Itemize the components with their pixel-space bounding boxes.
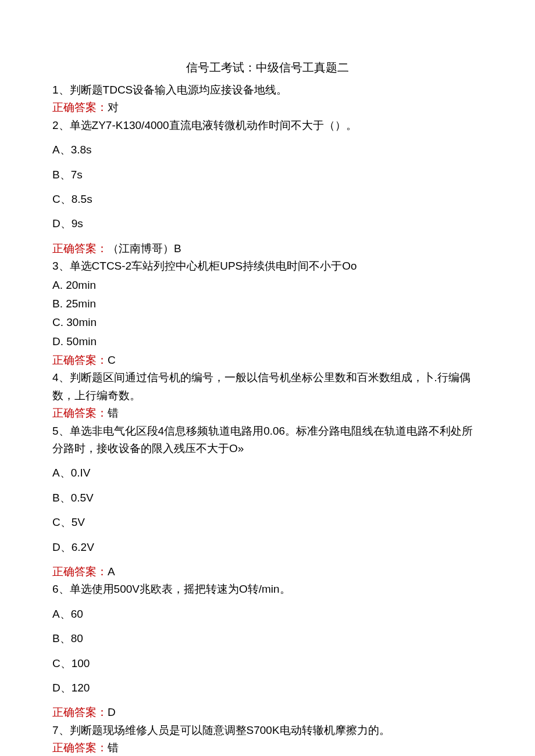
answer-line: 正确答案：错 <box>52 739 483 756</box>
question-text: 6、单选使用500V兆欧表，摇把转速为O转/min。 <box>52 581 483 598</box>
answer-value: 错 <box>108 407 119 419</box>
answer-label: 正确答案： <box>52 101 108 113</box>
option-a: A. 20min <box>52 277 483 294</box>
answer-label: 正确答案： <box>52 565 108 578</box>
option-a: A、0.IV <box>52 464 483 482</box>
question-text: 5、单选非电气化区段4信息移频轨道电路用0.06。标准分路电阻线在轨道电路不利处… <box>52 422 483 458</box>
option-b: B、0.5V <box>52 489 483 507</box>
options: A. 20min B. 25min C. 30min D. 50min <box>52 277 483 351</box>
option-c: C、8.5s <box>52 191 483 208</box>
option-d: D、9s <box>52 215 483 232</box>
option-d: D. 50min <box>52 333 483 350</box>
options: A、0.IV B、0.5V C、5V D、6.2V <box>52 464 483 556</box>
answer-value: C <box>108 354 116 366</box>
option-d: D、120 <box>52 679 483 697</box>
question-3: 3、单选CTCS-2车站列控中心机柜UPS持续供电时间不小于Oo A. 20mi… <box>52 257 483 369</box>
answer-line: 正确答案：对 <box>52 99 483 116</box>
question-4: 4、判断题区间通过信号机的编号，一般以信号机坐标公里数和百米数组成，卜.行编偶数… <box>52 369 483 422</box>
question-text: 3、单选CTCS-2车站列控中心机柜UPS持续供电时间不小于Oo <box>52 257 483 275</box>
question-text: 2、单选ZY7-K130/4000直流电液转微机动作时间不大于（）。 <box>52 117 483 134</box>
answer-line: 正确答案：错 <box>52 404 483 422</box>
options: A、60 B、80 C、100 D、120 <box>52 605 483 697</box>
question-6: 6、单选使用500V兆欧表，摇把转速为O转/min。 A、60 B、80 C、1… <box>52 581 483 721</box>
option-b: B. 25min <box>52 295 483 313</box>
question-text: 1、判断题TDCS设备输入电源均应接设备地线。 <box>52 81 483 99</box>
question-text: 7、判断题现场维修人员是可以随意调整S700K电动转辙机摩擦力的。 <box>52 722 483 739</box>
answer-value: （江南博哥）B <box>108 242 181 255</box>
answer-value: 错 <box>108 741 119 754</box>
answer-line: 正确答案：（江南博哥）B <box>52 240 483 257</box>
answer-label: 正确答案： <box>52 741 108 754</box>
question-text: 4、判断题区间通过信号机的编号，一般以信号机坐标公里数和百米数组成，卜.行编偶数… <box>52 369 483 404</box>
answer-value: 对 <box>108 101 119 113</box>
answer-label: 正确答案： <box>52 407 108 419</box>
page-title: 信号工考试：中级信号工真题二 <box>52 58 483 77</box>
option-a: A、3.8s <box>52 141 483 159</box>
option-b: B、80 <box>52 630 483 647</box>
question-7: 7、判断题现场维修人员是可以随意调整S700K电动转辙机摩擦力的。 正确答案：错 <box>52 722 483 756</box>
option-a: A、60 <box>52 605 483 623</box>
question-1: 1、判断题TDCS设备输入电源均应接设备地线。 正确答案：对 <box>52 81 483 117</box>
option-b: B、7s <box>52 166 483 184</box>
answer-line: 正确答案：C <box>52 352 483 369</box>
option-c: C. 30min <box>52 314 483 331</box>
options: A、3.8s B、7s C、8.5s D、9s <box>52 141 483 233</box>
option-c: C、5V <box>52 514 483 531</box>
answer-line: 正确答案：D <box>52 704 483 721</box>
answer-label: 正确答案： <box>52 706 108 718</box>
question-2: 2、单选ZY7-K130/4000直流电液转微机动作时间不大于（）。 A、3.8… <box>52 117 483 257</box>
answer-label: 正确答案： <box>52 242 108 255</box>
question-5: 5、单选非电气化区段4信息移频轨道电路用0.06。标准分路电阻线在轨道电路不利处… <box>52 422 483 581</box>
answer-value: D <box>108 706 116 718</box>
answer-line: 正确答案：A <box>52 563 483 581</box>
answer-value: A <box>108 565 115 578</box>
option-c: C、100 <box>52 655 483 672</box>
option-d: D、6.2V <box>52 539 483 556</box>
answer-label: 正确答案： <box>52 354 108 366</box>
